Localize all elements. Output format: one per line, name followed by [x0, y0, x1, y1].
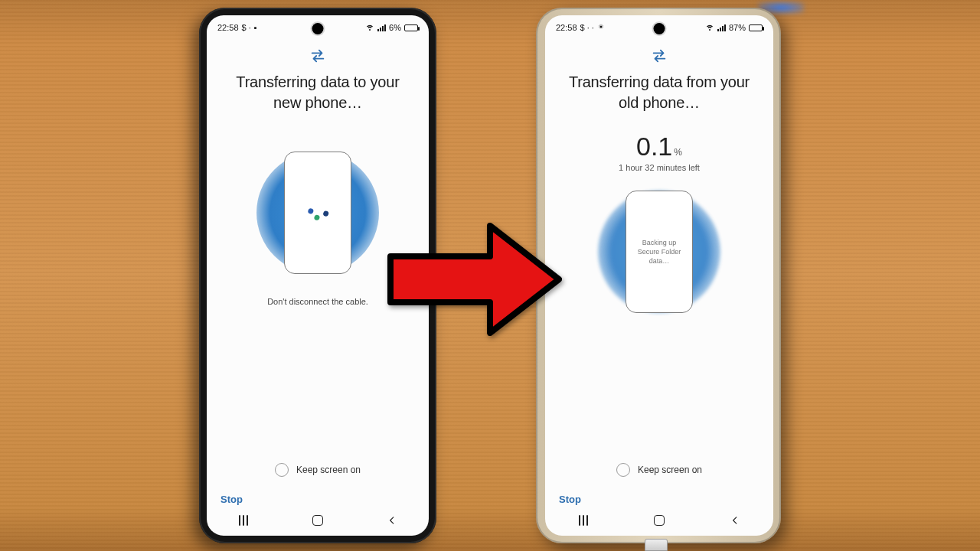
battery-icon: [749, 24, 763, 31]
nav-recents-button[interactable]: [564, 515, 603, 526]
nav-home-button[interactable]: [299, 515, 337, 526]
gear-icon: [597, 23, 605, 32]
signal-icon: [717, 24, 726, 31]
battery-percent: 87%: [729, 23, 746, 32]
home-icon: [312, 515, 323, 526]
recents-icon: [579, 515, 588, 526]
wifi-icon: [705, 22, 714, 33]
nav-recents-button[interactable]: [224, 515, 263, 526]
status-time: 22:58: [556, 23, 577, 32]
battery-percent: 6%: [389, 23, 401, 32]
hint-text: Don't disconnect the cable.: [267, 297, 368, 306]
radio-icon: [616, 463, 630, 477]
direction-arrow-icon: [383, 214, 567, 344]
radio-icon: [275, 463, 289, 477]
screen-right: 22:58 $ · · 87% Transferring data from y…: [545, 15, 773, 536]
nav-back-button[interactable]: [373, 515, 411, 526]
page-title: Transferring data from your old phone…: [560, 72, 758, 113]
content-area: Transferring data from your old phone… 0…: [545, 37, 773, 487]
back-icon: [730, 515, 740, 526]
stop-button[interactable]: Stop: [220, 494, 243, 505]
transfer-icon: [651, 47, 668, 64]
signal-icon: [377, 24, 386, 31]
keep-screen-on-toggle[interactable]: Keep screen on: [275, 463, 361, 477]
keep-screen-label: Keep screen on: [638, 465, 702, 475]
bottom-bar: Stop: [207, 487, 429, 508]
bottom-bar: Stop: [545, 487, 773, 508]
usb-cable: [645, 539, 668, 551]
battery-icon: [404, 24, 418, 31]
keep-screen-on-toggle[interactable]: Keep screen on: [616, 463, 702, 477]
status-time: 22:58: [217, 23, 239, 32]
punch-hole-camera: [312, 23, 324, 34]
eta-text: 1 hour 32 minutes left: [619, 163, 700, 172]
recents-icon: [239, 515, 248, 526]
transfer-graphic: Backing up Secure Folder data…: [590, 183, 728, 321]
nav-bar: [545, 508, 773, 536]
stop-button[interactable]: Stop: [559, 494, 581, 505]
progress-percent: 0.1: [636, 132, 672, 161]
nav-home-button[interactable]: [640, 515, 678, 526]
back-icon: [387, 515, 397, 526]
status-left-extras: $ · ·: [580, 23, 594, 32]
transfer-graphic: [249, 144, 387, 282]
keep-screen-label: Keep screen on: [296, 465, 361, 475]
mini-phone-outline: [284, 152, 351, 274]
percent-unit: %: [674, 147, 682, 158]
transfer-icon: [309, 47, 326, 64]
nav-bar: [207, 508, 429, 536]
phone-right: 22:58 $ · · 87% Transferring data from y…: [536, 8, 781, 543]
home-icon: [654, 515, 665, 526]
status-left-extras: $ ·: [242, 23, 251, 32]
progress-block: 0.1% 1 hour 32 minutes left: [619, 132, 700, 172]
puzzle-icon: ▪: [254, 23, 257, 32]
nav-back-button[interactable]: [716, 515, 754, 526]
loading-dots-icon: [307, 207, 328, 218]
punch-hole-camera: [654, 23, 665, 34]
mini-phone-outline: Backing up Secure Folder data…: [626, 191, 693, 313]
page-title: Transferring data to your new phone…: [222, 72, 413, 113]
mini-status-text: Backing up Secure Folder data…: [631, 238, 688, 266]
wifi-icon: [365, 22, 374, 33]
